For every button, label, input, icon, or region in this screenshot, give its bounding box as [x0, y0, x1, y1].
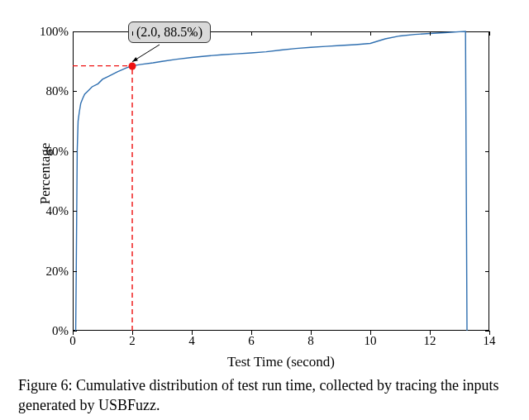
y-tick-label: 20% — [19, 264, 69, 278]
figure-caption: Figure 6: Cumulative distribution of tes… — [18, 375, 514, 416]
y-tick-label: 100% — [19, 25, 69, 39]
x-tick-label: 10 — [365, 334, 377, 348]
y-tick-label: 60% — [19, 144, 69, 158]
svg-marker-3 — [132, 57, 138, 62]
x-tick-label: 14 — [484, 334, 496, 348]
x-axis-label: Test Time (second) — [227, 354, 335, 370]
annotation-point — [129, 62, 136, 69]
x-tick-label: 2 — [129, 334, 136, 348]
x-tick-label: 12 — [424, 334, 436, 348]
chart-svg — [73, 31, 489, 331]
plot-area — [73, 31, 489, 331]
figure-container: (2.0, 88.5%) Percentage Test Time (secon… — [0, 0, 529, 420]
y-tick-label: 40% — [19, 204, 69, 218]
y-tick-label: 0% — [19, 324, 69, 338]
annotation-label: (2.0, 88.5%) — [128, 21, 211, 43]
x-tick-label: 6 — [248, 334, 255, 348]
x-tick-label: 0 — [69, 334, 76, 348]
y-tick-label: 80% — [19, 84, 69, 98]
x-tick-label: 8 — [307, 334, 314, 348]
x-tick-label: 4 — [188, 334, 195, 348]
